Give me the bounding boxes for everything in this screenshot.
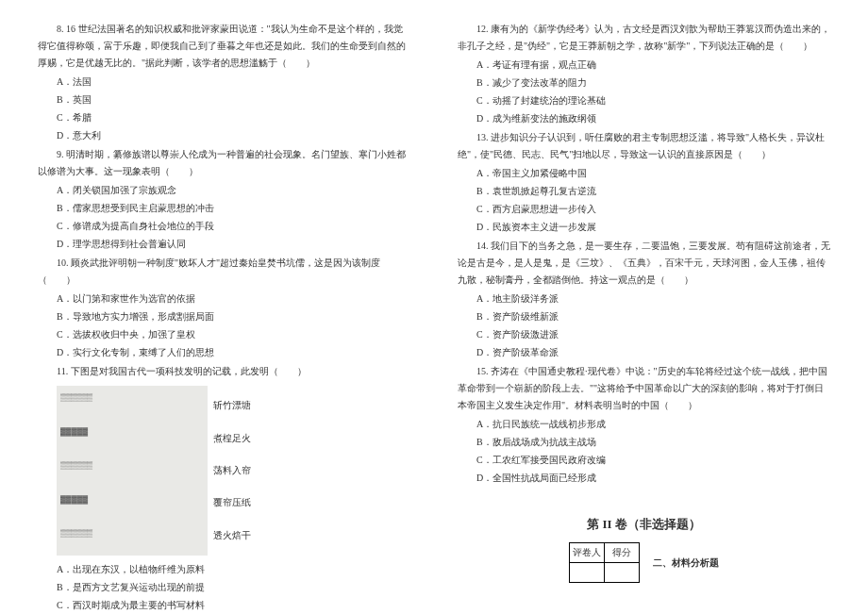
q10-opt-b: B．导致地方实力增强，形成割据局面 [57, 308, 410, 325]
q15-opt-c: C．工农红军接受国民政府改编 [476, 452, 830, 469]
q11-ill-r2: 煮楻足火 [213, 426, 251, 451]
q10-opt-c: C．选拔权收归中央，加强了皇权 [57, 326, 410, 343]
q9-opt-a: A．闭关锁国加强了宗族观念 [57, 182, 410, 199]
score-cell-marker: 评卷人 [570, 543, 605, 563]
q11-ill-r5: 透火焙干 [213, 523, 251, 548]
q9-stem: 9. 明清时期，纂修族谱以尊崇人伦成为一种普遍的社会现象。名门望族、寒门小姓都以… [38, 146, 410, 180]
q8-options: A．法国 B．英国 C．希腊 D．意大利 [38, 74, 410, 144]
score-cell-score: 得分 [605, 543, 640, 563]
q10-options: A．以门第和家世作为选官的依据 B．导致地方实力增强，形成割据局面 C．选拔权收… [38, 290, 410, 361]
q11-ill-r3: 荡料入帘 [213, 458, 251, 483]
q15-options: A．抗日民族统一战线初步形成 B．敌后战场成为抗战主战场 C．工农红军接受国民政… [458, 416, 830, 487]
q11-opt-a: A．出现在东汉，以植物纤维为原料 [57, 561, 410, 578]
q8-opt-a: A．法国 [57, 74, 410, 91]
q14-options: A．地主阶级洋务派 B．资产阶级维新派 C．资产阶级激进派 D．资产阶级革命派 [458, 290, 830, 361]
q12-opt-a: A．考证有理有据，观点正确 [476, 57, 830, 74]
q12-opt-b: B．减少了变法改革的阻力 [476, 75, 830, 91]
q15-opt-b: B．敌后战场成为抗战主战场 [476, 434, 830, 451]
q9-opt-d: D．理学思想得到社会普遍认同 [57, 236, 410, 253]
q11-options: A．出现在东汉，以植物纤维为原料 B．是西方文艺复兴运动出现的前提 C．西汉时期… [38, 561, 410, 614]
q11-ill-r4: 覆帘压纸 [213, 490, 251, 515]
left-column: 8. 16 世纪法国著名的知识权威和批评家蒙田说道："我认为生命不是这个样的，我… [38, 19, 410, 614]
score-table: 评卷人 得分 [569, 542, 640, 583]
score-cell-marker-blank [570, 563, 605, 583]
q13-opt-a: A．帝国主义加紧侵略中国 [476, 165, 830, 182]
q11-ill-r1: 斩竹漂塘 [213, 393, 251, 418]
q8-opt-c: C．希腊 [57, 109, 410, 126]
q14-opt-c: C．资产阶级激进派 [476, 326, 830, 343]
q12-opt-d: D．成为维新变法的施政纲领 [476, 110, 830, 127]
q15-stem: 15. 齐涛在《中国通史教程·现代卷》中说："历史的车轮将经过这个统一战线，把中… [458, 363, 830, 414]
q11-figure-captions: 斩竹漂塘 煮楻足火 荡料入帘 覆帘压纸 透火焙干 [213, 386, 251, 556]
q12-opt-c: C．动摇了封建统治的理论基础 [476, 92, 830, 109]
q12-options: A．考证有理有据，观点正确 B．减少了变法改革的阻力 C．动摇了封建统治的理论基… [458, 57, 830, 127]
q14-opt-b: B．资产阶级维新派 [476, 308, 830, 325]
right-column: 12. 康有为的《新学伪经考》认为，古文经是西汉刘歆为帮助王莽篡汉而伪造出来的，… [458, 19, 830, 614]
q10-stem: 10. 顾炎武批评明朝一种制度"败坏人才"超过秦始皇焚书坑儒，这是因为该制度（ … [38, 255, 410, 289]
section-2-title: 第 II 卷（非选择题） [458, 513, 830, 535]
q8-stem: 8. 16 世纪法国著名的知识权威和批评家蒙田说道："我认为生命不是这个样的，我… [38, 21, 410, 72]
q13-opt-b: B．袁世凯掀起尊孔复古逆流 [476, 183, 830, 200]
material-heading: 二、材料分析题 [653, 555, 719, 572]
q8-opt-d: D．意大利 [57, 127, 410, 144]
q13-options: A．帝国主义加紧侵略中国 B．袁世凯掀起尊孔复古逆流 C．西方启蒙思想进一步传入… [458, 165, 830, 236]
score-row: 评卷人 得分 二、材料分析题 [458, 542, 830, 583]
q15-opt-d: D．全国性抗战局面已经形成 [476, 470, 830, 487]
q8-opt-b: B．英国 [57, 91, 410, 108]
q11-illustration: ▒▒▒▒▒▒ ▓▓▓▓▓ ▒▒▒▒▒▒ ▓▓▓▓▓ ▒▒▒▒▒▒ 斩竹漂塘 煮楻… [38, 386, 410, 556]
q11-figure-panel: ▒▒▒▒▒▒ ▓▓▓▓▓ ▒▒▒▒▒▒ ▓▓▓▓▓ ▒▒▒▒▒▒ [57, 386, 208, 556]
q13-opt-d: D．民族资本主义进一步发展 [476, 219, 830, 236]
q10-opt-a: A．以门第和家世作为选官的依据 [57, 290, 410, 307]
q11-stem: 11. 下图是对我国古代一项科技发明的记载，此发明（ ） [38, 363, 410, 380]
q9-opt-c: C．修谱成为提高自身社会地位的手段 [57, 218, 410, 235]
score-cell-score-blank [605, 563, 640, 583]
q9-opt-b: B．儒家思想受到民主启蒙思想的冲击 [57, 200, 410, 217]
q12-stem: 12. 康有为的《新学伪经考》认为，古文经是西汉刘歆为帮助王莽篡汉而伪造出来的，… [458, 21, 830, 55]
q14-stem: 14. 我们目下的当务之急，是一要生存，二要温饱，三要发展。苟有阻碍这前途者，无… [458, 238, 830, 289]
q9-options: A．闭关锁国加强了宗族观念 B．儒家思想受到民主启蒙思想的冲击 C．修谱成为提高… [38, 182, 410, 253]
q14-opt-a: A．地主阶级洋务派 [476, 290, 830, 307]
q14-opt-d: D．资产阶级革命派 [476, 344, 830, 361]
q10-opt-d: D．实行文化专制，束缚了人们的思想 [57, 344, 410, 361]
q15-opt-a: A．抗日民族统一战线初步形成 [476, 416, 830, 433]
q11-opt-b: B．是西方文艺复兴运动出现的前提 [57, 579, 410, 596]
q11-opt-c: C．西汉时期成为最主要的书写材料 [57, 597, 410, 614]
q13-stem: 13. 进步知识分子认识到，听任腐败的君主专制思想泛滥，将导致"人格长失，异议杜… [458, 129, 830, 163]
q13-opt-c: C．西方启蒙思想进一步传入 [476, 201, 830, 218]
